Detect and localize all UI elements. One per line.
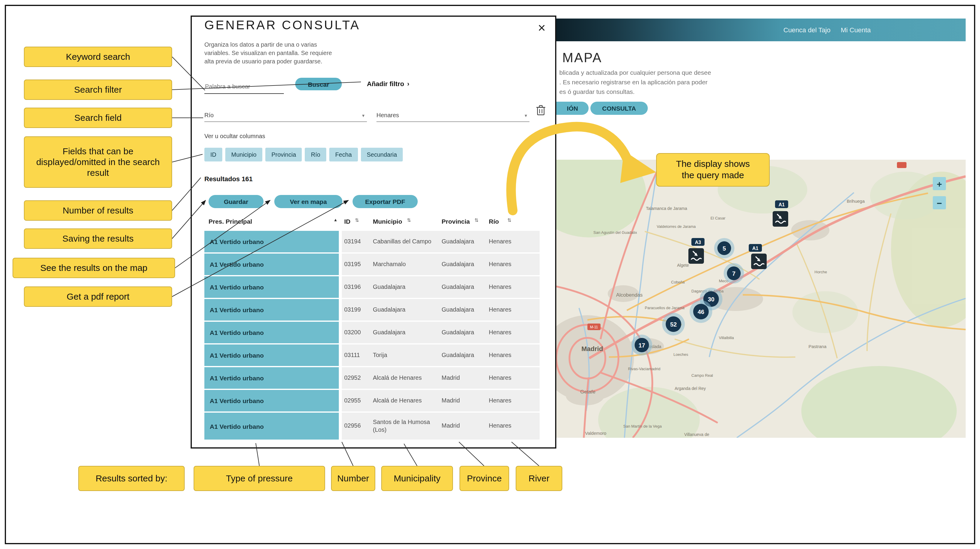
row-cells: 02952 Alcalá de Henares Madrid Henares: [342, 367, 539, 389]
column-chip-municipio[interactable]: Municipio: [225, 148, 262, 161]
place-label: Brihuega: [847, 199, 865, 204]
cell-rio: Henares: [489, 255, 539, 274]
nav-item-mi-cuenta[interactable]: Mi Cuenta: [841, 19, 871, 41]
place-label: Paracuellos de Jarama: [645, 306, 685, 310]
column-chip-fecha[interactable]: Fecha: [329, 148, 358, 161]
cluster-count: 46: [698, 309, 704, 315]
table-row[interactable]: A1 Vertido urbano 03194 Cabanillas del C…: [192, 231, 555, 252]
table-row[interactable]: A1 Vertido urbano 03195 Marchamalo Guada…: [192, 254, 555, 275]
table-row[interactable]: A1 Vertido urbano 02952 Alcalá de Henare…: [192, 367, 555, 389]
filter-field-value: Río: [204, 112, 214, 118]
row-cells: 03195 Marchamalo Guadalajara Henares: [342, 254, 539, 275]
table-row[interactable]: A1 Vertido urbano 02956 Santos de la Hum…: [192, 413, 555, 440]
annotation-sorted-by: Results sorted by:: [78, 466, 185, 491]
cell-id: 03195: [342, 255, 373, 274]
save-button[interactable]: Guardar: [208, 195, 264, 208]
table-row[interactable]: A1 Vertido urbano 03199 Guadalajara Guad…: [192, 299, 555, 321]
sort-icon: ⇅: [355, 218, 359, 223]
map[interactable]: Talamanca de Jarama Valdetorres de Jaram…: [556, 160, 966, 438]
description-line-2: variables. Se visualizan en pantalla. Se…: [204, 49, 332, 57]
cell-municipio: Santos de la Humosa (Los): [373, 413, 442, 440]
view-on-map-button[interactable]: Ver en mapa: [274, 195, 342, 208]
map-cluster[interactable]: 5: [714, 238, 734, 259]
column-chip-secundaria[interactable]: Secundaria: [361, 148, 403, 161]
search-input[interactable]: [204, 80, 284, 94]
cell-municipio: Guadalajara: [373, 278, 442, 297]
search-button[interactable]: Buscar: [295, 78, 342, 90]
row-cells: 03200 Guadalajara Guadalajara Henares: [342, 322, 539, 343]
row-cells: 03194 Cabanillas del Campo Guadalajara H…: [342, 231, 539, 252]
badge-label: A3: [695, 240, 701, 245]
close-icon[interactable]: ×: [538, 22, 546, 35]
filter-value-text: Henares: [377, 112, 399, 118]
row-cells: 02956 Santos de la Humosa (Los) Madrid H…: [342, 413, 539, 440]
column-chip-provincia[interactable]: Provincia: [266, 148, 302, 161]
consulta-button[interactable]: CONSULTA: [590, 102, 648, 115]
annotation-result-count: Number of results: [24, 200, 172, 221]
cell-pressure: A1 Vertido urbano: [204, 367, 339, 389]
cluster-count: 5: [722, 245, 726, 252]
column-chip-rio[interactable]: Río: [305, 148, 326, 161]
map-zoom-in-button[interactable]: +: [933, 177, 946, 190]
cell-rio: Henares: [489, 278, 539, 297]
table-row[interactable]: A1 Vertido urbano 03200 Guadalajara Guad…: [192, 322, 555, 343]
map-cluster[interactable]: 46: [690, 300, 712, 323]
place-label: Rivas-Vaciamadrid: [628, 367, 660, 371]
vertido-icon: [751, 254, 767, 269]
cluster-count: 7: [732, 270, 735, 277]
cell-rio: Henares: [489, 323, 539, 342]
map-cluster[interactable]: 17: [631, 335, 652, 356]
cell-rio: Henares: [489, 300, 539, 320]
column-chip-id[interactable]: ID: [204, 148, 222, 161]
cell-municipio: Torija: [373, 346, 442, 365]
cell-municipio: Alcalá de Henares: [373, 369, 442, 388]
cell-municipio: Alcalá de Henares: [373, 391, 442, 410]
sort-icon: ⇅: [508, 218, 511, 223]
cell-id: 03196: [342, 278, 373, 297]
cell-id: 03194: [342, 232, 373, 252]
header-pres-principal[interactable]: Pres. Principal: [208, 218, 252, 225]
screenshot-canvas: Cuenca del Tajo Mi Cuenta MAPA blicada y…: [0, 0, 980, 549]
add-filter-button[interactable]: Añadir filtro ›: [367, 80, 409, 87]
annotation-see-on-map: See the results on the map: [13, 258, 175, 278]
header-rio[interactable]: Río: [489, 218, 499, 225]
header-provincia[interactable]: Provincia: [442, 218, 470, 225]
table-row[interactable]: A1 Vertido urbano 02955 Alcalá de Henare…: [192, 390, 555, 412]
cell-pressure: A1 Vertido urbano: [204, 322, 339, 343]
road-shield-m11: M-11: [587, 324, 601, 330]
nav-item-cuenca-del-tajo[interactable]: Cuenca del Tajo: [783, 19, 830, 41]
map-canvas[interactable]: Talamanca de Jarama Valdetorres de Jaram…: [556, 160, 966, 438]
map-cluster[interactable]: 52: [662, 313, 685, 335]
export-pdf-button[interactable]: Exportar PDF: [353, 195, 418, 208]
cell-rio: Henares: [489, 346, 539, 365]
map-zoom-out-button[interactable]: −: [933, 196, 946, 209]
page-header-bar: Cuenca del Tajo Mi Cuenta: [556, 19, 966, 41]
annotation-keyword-search: Keyword search: [24, 47, 172, 67]
map-cluster[interactable]: 7: [724, 263, 744, 284]
callout-line-1: The display shows: [676, 159, 750, 170]
filter-field-select[interactable]: Río ▾: [204, 108, 367, 122]
table-row[interactable]: A1 Vertido urbano 03196 Guadalajara Guad…: [192, 276, 555, 298]
cell-provincia: Guadalajara: [442, 232, 489, 252]
place-label: Getafe: [580, 389, 595, 395]
cell-pressure: A1 Vertido urbano: [204, 276, 339, 298]
column-chips: ID Municipio Provincia Río Fecha Secunda…: [204, 148, 403, 161]
delete-filter-button[interactable]: [535, 104, 546, 118]
badge-label: A1: [752, 246, 759, 251]
callout-line-2: the query made: [682, 170, 744, 181]
vertido-icon: [688, 248, 704, 264]
annotation-number: Number: [331, 466, 375, 491]
intro-line-2: . Es necesario registrarse en la aplicac…: [559, 78, 711, 87]
table-row[interactable]: A1 Vertido urbano 03111 Torija Guadalaja…: [192, 345, 555, 366]
header-id[interactable]: ID: [344, 218, 350, 225]
clipped-button[interactable]: IÓN: [556, 102, 589, 115]
filter-value-select[interactable]: Henares ▾: [377, 108, 530, 122]
cell-provincia: Guadalajara: [442, 300, 489, 320]
annotation-search-field: Search field: [24, 108, 172, 128]
cell-provincia: Guadalajara: [442, 323, 489, 342]
place-label: Villanueva de: [684, 432, 709, 437]
header-municipio[interactable]: Municipio: [373, 218, 402, 225]
annotation-pressure-type: Type of pressure: [194, 466, 325, 491]
cell-provincia: Guadalajara: [442, 346, 489, 365]
place-label: Cobeña: [671, 280, 685, 284]
